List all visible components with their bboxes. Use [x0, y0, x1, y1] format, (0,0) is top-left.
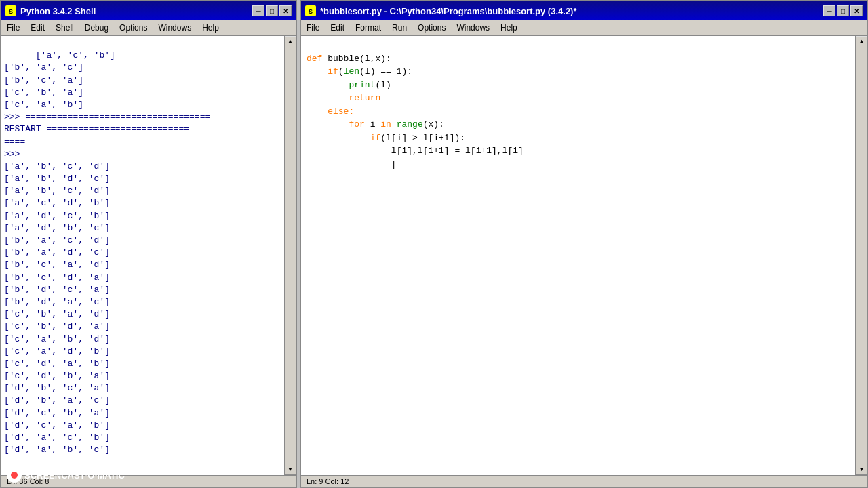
shell-minimize-button[interactable]: ─: [252, 5, 264, 16]
editor-content-area: def bubble(l,x): if(len(l) == 1): print(…: [301, 36, 867, 475]
screencast-logo-circle: [7, 468, 22, 483]
shell-menu-edit[interactable]: Edit: [25, 22, 50, 34]
shell-controls[interactable]: ─ □ ✕: [252, 5, 292, 16]
editor-close-button[interactable]: ✕: [850, 5, 863, 16]
shell-menu-file[interactable]: File: [1, 22, 25, 34]
shell-icon: S: [5, 5, 16, 16]
editor-maximize-button[interactable]: □: [837, 5, 849, 16]
editor-menu-run[interactable]: Run: [387, 22, 412, 34]
recorded-with-label: Recorded with: [7, 460, 50, 468]
shell-titlebar-left: S Python 3.4.2 Shell: [5, 5, 96, 16]
svg-text:S: S: [9, 8, 13, 15]
shell-content-area: ['a', 'c', 'b'] ['b', 'a', 'c'] ['b', 'c…: [1, 36, 296, 475]
editor-menu-format[interactable]: Format: [350, 22, 387, 34]
editor-menu-options[interactable]: Options: [412, 22, 451, 34]
editor-window: S *bubblesort.py - C:\Python34\Programs\…: [300, 0, 868, 488]
shell-maximize-button[interactable]: □: [266, 5, 278, 16]
screencast-logo-inner: [11, 472, 18, 479]
shell-scroll-down-button[interactable]: ▼: [285, 464, 296, 475]
shell-titlebar: S Python 3.4.2 Shell ─ □ ✕: [1, 1, 296, 20]
svg-text:S: S: [309, 8, 313, 15]
shell-menubar: File Edit Shell Debug Options Windows He…: [1, 20, 296, 36]
shell-output[interactable]: ['a', 'c', 'b'] ['b', 'a', 'c'] ['b', 'c…: [1, 36, 284, 475]
editor-icon: S: [305, 5, 316, 16]
editor-titlebar: S *bubblesort.py - C:\Python34\Programs\…: [301, 1, 867, 20]
editor-scroll-down-button[interactable]: ▼: [856, 464, 867, 475]
shell-menu-debug[interactable]: Debug: [79, 22, 114, 34]
shell-scroll-up-button[interactable]: ▲: [285, 36, 296, 47]
shell-scroll-track[interactable]: [285, 47, 296, 464]
shell-title: Python 3.4.2 Shell: [20, 6, 96, 16]
editor-minimize-button[interactable]: ─: [823, 5, 835, 16]
editor-titlebar-left: S *bubblesort.py - C:\Python34\Programs\…: [305, 5, 577, 16]
editor-controls[interactable]: ─ □ ✕: [823, 5, 863, 16]
shell-menu-help[interactable]: Help: [197, 22, 224, 34]
editor-menubar: File Edit Format Run Options Windows Hel…: [301, 20, 867, 36]
shell-menu-options[interactable]: Options: [114, 22, 153, 34]
editor-menu-windows[interactable]: Windows: [451, 22, 495, 34]
editor-menu-file[interactable]: File: [301, 22, 325, 34]
editor-title: *bubblesort.py - C:\Python34\Programs\bu…: [320, 6, 577, 16]
editor-scrollbar[interactable]: ▲ ▼: [855, 36, 867, 475]
editor-statusbar: Ln: 9 Col: 12: [301, 475, 867, 487]
editor-scroll-up-button[interactable]: ▲: [856, 36, 867, 47]
editor-menu-edit[interactable]: Edit: [325, 22, 350, 34]
editor-menu-help[interactable]: Help: [495, 22, 523, 34]
shell-window: S Python 3.4.2 Shell ─ □ ✕ File Edit She…: [0, 0, 297, 488]
shell-close-button[interactable]: ✕: [279, 5, 292, 16]
screencast-watermark: Recorded with SCREENCAST-O-MATIC: [7, 460, 125, 483]
screencast-logo: SCREENCAST-O-MATIC: [7, 468, 125, 483]
editor-code[interactable]: def bubble(l,x): if(len(l) == 1): print(…: [301, 36, 855, 475]
editor-status-text: Ln: 9 Col: 12: [307, 477, 349, 485]
shell-menu-shell[interactable]: Shell: [50, 22, 79, 34]
shell-scrollbar[interactable]: ▲ ▼: [284, 36, 296, 475]
editor-scroll-track[interactable]: [856, 47, 867, 464]
screencast-brand: SCREENCAST-O-MATIC: [24, 470, 125, 481]
shell-menu-windows[interactable]: Windows: [153, 22, 197, 34]
